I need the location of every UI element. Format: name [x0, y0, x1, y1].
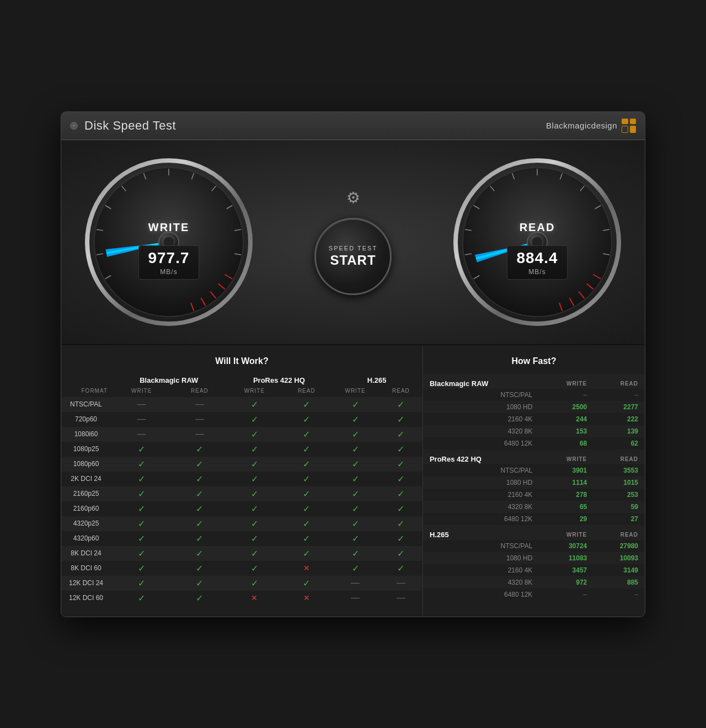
check-icon: ✓: [138, 564, 145, 573]
fast-write-header: WRITE: [539, 449, 593, 464]
check-icon: ✓: [138, 579, 145, 588]
check-icon: ✓: [397, 459, 404, 469]
check-icon: ✓: [352, 549, 359, 558]
check-icon: ✓: [251, 504, 258, 513]
check-icon: ✓: [138, 593, 145, 603]
check-icon: ✓: [251, 549, 258, 558]
check-icon: ✓: [303, 445, 310, 454]
bmd-logo: Blackmagicdesign: [546, 119, 636, 133]
fast-write-value: 153: [539, 425, 593, 437]
will-table-row: 2160p60✓✓✓✓✓✓: [61, 501, 422, 516]
fast-table-row: NTSC/PAL3072427980: [423, 540, 645, 552]
fast-row-label: NTSC/PAL: [423, 464, 539, 477]
fast-row-label: 1080 HD: [423, 552, 539, 564]
write-gauge-label: WRITE: [148, 221, 189, 234]
fast-row-label: 4320 8K: [423, 425, 539, 437]
title-bar: × Disk Speed Test Blackmagicdesign: [61, 112, 645, 140]
dash-icon: —: [397, 593, 405, 602]
check-icon: ✓: [196, 459, 203, 469]
check-icon: ✓: [138, 489, 145, 499]
check-icon: ✓: [352, 534, 359, 543]
check-icon: ✓: [196, 549, 203, 558]
fast-group-name: ProRes 422 HQ: [423, 449, 539, 464]
fast-read-value: 2277: [593, 401, 645, 413]
fast-read-value: 59: [593, 501, 645, 513]
start-button[interactable]: SPEED TEST START: [314, 218, 392, 295]
check-icon: ✓: [138, 504, 145, 513]
check-icon: ✓: [196, 564, 203, 573]
read-gauge-svg: [452, 157, 623, 328]
fast-read-value: 3149: [593, 564, 645, 576]
check-icon: ✓: [196, 445, 203, 454]
will-row-label: 12K DCI 24: [61, 576, 111, 591]
dash-icon: —: [351, 578, 360, 587]
check-icon: ✓: [352, 430, 359, 439]
fast-group-header: Blackmagic RAW WRITE READ: [423, 374, 645, 389]
will-table-row: 2K DCI 24✓✓✓✓✓✓: [61, 472, 422, 486]
fast-write-value: 65: [539, 501, 593, 513]
dash-icon: —: [195, 414, 204, 424]
will-row-label: 1080p60: [61, 457, 111, 472]
check-icon: ✓: [303, 504, 310, 513]
braw-write-header: WRITE: [111, 387, 172, 397]
fast-row-label: 6480 12K: [423, 437, 539, 449]
check-icon: ✓: [251, 564, 258, 573]
check-icon: ✓: [397, 430, 404, 439]
check-icon: ✓: [397, 519, 404, 528]
will-table-row: 12K DCI 24✓✓✓✓——: [61, 576, 422, 591]
braw-header: Blackmagic RAW: [111, 374, 227, 387]
check-icon: ✓: [303, 474, 310, 484]
how-fast-table: Blackmagic RAW WRITE READ NTSC/PAL––1080…: [423, 374, 645, 601]
fast-write-value: 3457: [539, 564, 593, 576]
fast-write-header: WRITE: [539, 374, 593, 389]
check-icon: ✓: [397, 400, 404, 409]
check-icon: ✓: [303, 489, 310, 499]
cross-icon: ✕: [251, 593, 258, 602]
dash-icon: —: [137, 429, 146, 438]
fast-read-value: 222: [593, 413, 645, 425]
check-icon: ✓: [303, 534, 310, 543]
fast-row-label: 1080 HD: [423, 401, 539, 413]
check-icon: ✓: [352, 519, 359, 528]
check-icon: ✓: [138, 534, 145, 543]
will-table-row: 8K DCI 60✓✓✓✕✓✓: [61, 561, 422, 576]
close-button[interactable]: ×: [70, 122, 78, 130]
will-table-row: 1080p60✓✓✓✓✓✓: [61, 457, 422, 472]
check-icon: ✓: [138, 549, 145, 558]
fast-table-row: 6480 12K2927: [423, 513, 645, 525]
check-icon: ✓: [303, 519, 310, 528]
fast-row-label: NTSC/PAL: [423, 540, 539, 552]
cross-icon: ✕: [303, 593, 310, 602]
will-row-label: 2160p25: [61, 486, 111, 501]
dash-icon: —: [397, 578, 405, 587]
fast-write-value: 68: [539, 437, 593, 449]
fast-row-label: 4320 8K: [423, 576, 539, 588]
fast-group-header: H.265 WRITE READ: [423, 525, 645, 540]
bmd-square-1: [622, 119, 628, 125]
fast-write-header: WRITE: [539, 525, 593, 540]
fast-read-value: 253: [593, 489, 645, 501]
fast-table-row: 4320 8K6559: [423, 501, 645, 513]
fast-write-value: 30724: [539, 540, 593, 552]
fast-table-row: 4320 8K153139: [423, 425, 645, 437]
check-icon: ✓: [138, 445, 145, 454]
check-icon: ✓: [397, 415, 404, 424]
check-icon: ✓: [352, 400, 359, 409]
will-it-work-title: Will It Work?: [61, 356, 422, 366]
write-gauge-svg: [83, 157, 254, 328]
check-icon: ✓: [196, 489, 203, 499]
settings-icon[interactable]: ⚙: [346, 189, 360, 207]
will-table-row: NTSC/PAL——✓✓✓✓: [61, 397, 422, 412]
fast-read-header: READ: [593, 374, 645, 389]
check-icon: ✓: [138, 474, 145, 484]
h265-read-header: READ: [379, 387, 422, 397]
check-icon: ✓: [138, 459, 145, 469]
check-icon: ✓: [196, 534, 203, 543]
check-icon: ✓: [303, 400, 310, 409]
will-row-label: 2K DCI 24: [61, 472, 111, 486]
fast-read-value: 3553: [593, 464, 645, 477]
check-icon: ✓: [251, 519, 258, 528]
check-icon: ✓: [352, 564, 359, 573]
check-icon: ✓: [303, 415, 310, 424]
fast-write-value: 29: [539, 513, 593, 525]
